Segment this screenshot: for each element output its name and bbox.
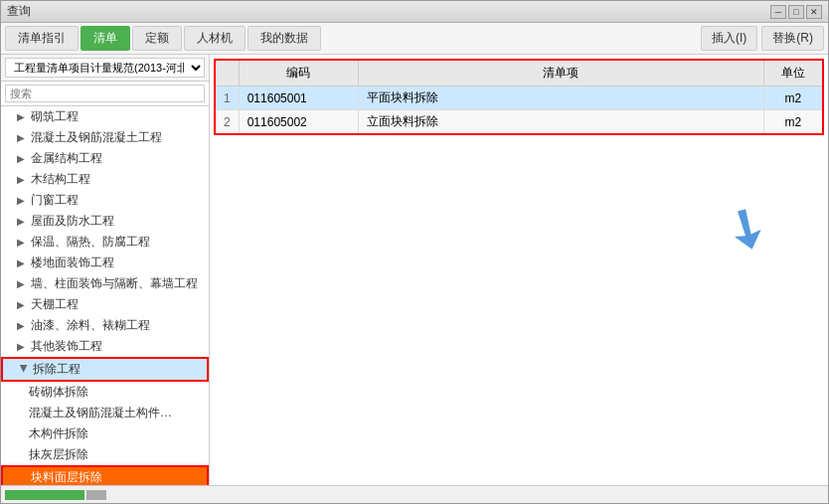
tree-item-qiangzhu[interactable]: ▶ 墙、柱面装饰与隔断、幕墙工程 [1,273,209,294]
col-header-name: 清单项 [358,60,763,86]
tree-item-youqi[interactable]: ▶ 油漆、涂料、裱糊工程 [1,315,209,336]
tree-item-label: 楼地面装饰工程 [31,254,114,271]
title-controls: ─ □ ✕ [770,5,822,19]
tab-rencaiji[interactable]: 人材机 [184,26,246,51]
arrow-icon: ▶ [17,237,27,248]
tree-item-shuzhu[interactable]: ▶ 砌筑工程 [1,106,209,127]
table-row[interactable]: 1 011605001 平面块料拆除 m2 [215,86,823,110]
arrow-icon: ▶ [17,111,27,122]
right-empty-area: ➘ [210,139,828,485]
tree-item-label: 墙、柱面装饰与隔断、幕墙工程 [31,275,198,292]
tree-item-hunning[interactable]: ▶ 混凝土及钢筋混凝土工程 [1,127,209,148]
window-title: 查询 [7,3,31,20]
arrow-icon: ▶ [17,257,27,268]
tree-child-mugou[interactable]: 木构件拆除 [1,423,209,444]
maximize-button[interactable]: □ [788,5,804,19]
tree-item-mujiegou[interactable]: ▶ 木结构工程 [1,169,209,190]
arrow-icon: ▶ [17,278,27,289]
tree-child-muceng[interactable]: 抹灰层拆除 [1,444,209,465]
region-header: 工程量清单项目计量规范(2013-河北) [1,55,209,82]
replace-button[interactable]: 替换(R) [761,26,824,51]
arrow-icon: ▶ [17,195,27,206]
expand-arrow-icon: ▶ [19,365,30,375]
tab-wodeshuju[interactable]: 我的数据 [248,26,321,51]
tree-item-menchuang[interactable]: ▶ 门窗工程 [1,190,209,211]
tree-item-label: 木结构工程 [31,171,90,188]
row-code: 011605002 [239,110,358,135]
search-input[interactable] [5,84,205,102]
insert-button[interactable]: 插入(I) [701,26,757,51]
arrow-icon: ▶ [17,132,27,143]
tree-item-tiankeng[interactable]: ▶ 天棚工程 [1,294,209,315]
tree-item-label: 混凝土及钢筋混凝土工程 [31,129,162,146]
row-name: 平面块料拆除 [358,86,763,110]
tree-child-hunning-gou[interactable]: 混凝土及钢筋混凝土构件… [1,403,209,423]
arrow-indicator: ➘ [713,192,780,265]
tab-dinge[interactable]: 定额 [132,26,182,51]
arrow-icon: ▶ [17,320,27,331]
tree-item-label: 金属结构工程 [31,150,102,167]
tree-item-label: 屋面及防水工程 [31,213,114,230]
arrow-icon: ▶ [17,174,27,185]
region-select[interactable]: 工程量清单项目计量规范(2013-河北) [5,58,205,78]
tree-item-chaichu[interactable]: ▶ 拆除工程 [1,357,209,382]
row-unit: m2 [763,110,823,135]
row-num: 2 [215,110,239,135]
arrow-icon: ▶ [17,153,27,164]
tree-container: ▶ 砌筑工程 ▶ 混凝土及钢筋混凝土工程 ▶ 金属结构工程 ▶ 木结构工程 ▶ [1,106,209,485]
tree-item-label: 天棚工程 [31,296,79,313]
col-header-unit: 单位 [763,60,823,86]
tree-item-label: 保温、隔热、防腐工程 [31,234,150,251]
arrow-icon: ▶ [17,299,27,310]
tab-qingdan[interactable]: 清单 [81,26,130,51]
tree-item-baowengeranfangfu[interactable]: ▶ 保温、隔热、防腐工程 [1,232,209,252]
tree-child-zhuankuai[interactable]: 砖砌体拆除 [1,382,209,403]
tree-item-label: 砌筑工程 [31,108,79,125]
tree-item-qita[interactable]: ▶ 其他装饰工程 [1,336,209,357]
right-panel: 编码 清单项 单位 1 011605001 平面块料拆除 m2 [210,55,828,485]
title-bar: 查询 ─ □ ✕ [1,1,828,23]
bottom-bar [1,485,828,503]
close-button[interactable]: ✕ [806,5,822,19]
main-content: 工程量清单项目计量规范(2013-河北) ▶ 砌筑工程 ▶ 混凝土及钢筋混凝土工… [1,55,828,485]
toolbar: 清单指引 清单 定额 人材机 我的数据 插入(I) 替换(R) [1,23,828,55]
toolbar-right: 插入(I) 替换(R) [701,26,824,51]
left-panel: 工程量清单项目计量规范(2013-河北) ▶ 砌筑工程 ▶ 混凝土及钢筋混凝土工… [1,55,210,485]
minimize-button[interactable]: ─ [770,5,786,19]
table-wrapper: 编码 清单项 单位 1 011605001 平面块料拆除 m2 [210,55,828,139]
progress-bar [5,490,84,500]
tree-item-loudimian[interactable]: ▶ 楼地面装饰工程 [1,252,209,273]
row-unit: m2 [763,86,823,110]
tree-item-label: 其他装饰工程 [31,338,102,355]
tree-item-label: 拆除工程 [33,361,81,378]
tree-item-wufang[interactable]: ▶ 屋面及防水工程 [1,211,209,232]
results-table: 编码 清单项 单位 1 011605001 平面块料拆除 m2 [214,59,824,135]
tree-item-label: 门窗工程 [31,192,79,209]
tree-item-label: 油漆、涂料、裱糊工程 [31,317,150,334]
arrow-icon: ▶ [17,341,27,352]
arrow-icon: ▶ [17,216,27,227]
col-header-num [215,60,239,86]
col-header-code: 编码 [239,60,358,86]
progress-thumb [86,490,106,500]
tree-item-jinshu[interactable]: ▶ 金属结构工程 [1,148,209,169]
table-row[interactable]: 2 011605002 立面块料拆除 m2 [215,110,823,135]
tree-child-kuailiao[interactable]: 块料面层拆除 [1,465,209,485]
search-box [1,82,209,106]
row-code: 011605001 [239,86,358,110]
tab-qingdan-zhizhen[interactable]: 清单指引 [5,26,79,51]
main-window: 查询 ─ □ ✕ 清单指引 清单 定额 人材机 我的数据 插入(I) 替换(R)… [0,0,829,504]
row-num: 1 [215,86,239,110]
row-name: 立面块料拆除 [358,110,763,135]
